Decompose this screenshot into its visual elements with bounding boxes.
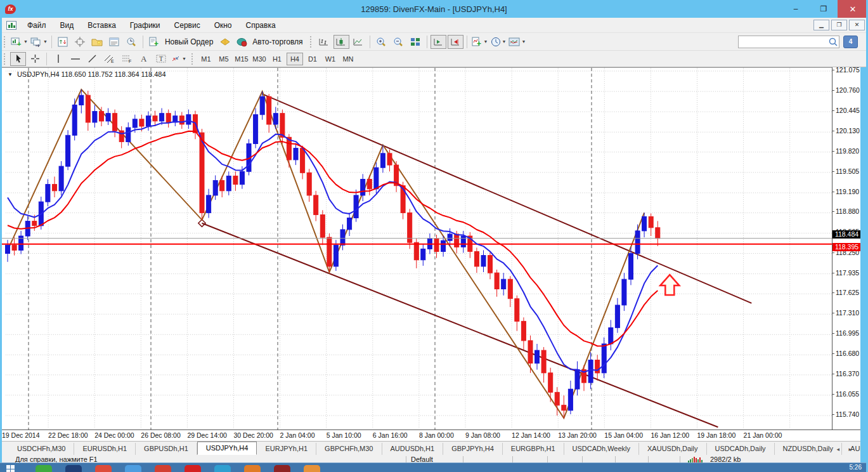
chart-close-button[interactable]: ✕ [849,20,865,30]
timeframe-button[interactable]: M5 [216,53,232,65]
notifications-icon[interactable]: 4 [843,36,858,48]
chart-tab[interactable]: GBPCHFh,M30 [316,443,382,455]
start-button[interactable] [6,465,15,472]
horizontal-line-button[interactable] [67,52,83,66]
window-maximize-button[interactable]: ❐ [810,0,838,18]
chart-tab[interactable]: EURJPYh,H1 [257,443,316,455]
menu-item[interactable]: Файл [20,18,53,33]
price-axis[interactable]: 121.075120.760120.445120.130119.820119.5… [832,67,860,429]
channel-lower-trendline[interactable] [202,223,718,428]
fibonacci-button[interactable]: F [119,52,134,66]
chart-tab[interactable]: EURUSDh,H1 [74,443,136,455]
window-minimize-button[interactable]: – [782,0,810,18]
app-lightblue-taskbar-icon[interactable] [125,465,141,472]
vertical-line-button[interactable] [50,52,66,66]
search-icon[interactable] [828,37,838,47]
chart-restore-button[interactable]: ❐ [831,20,847,30]
up-arrow-object[interactable] [660,275,679,295]
chart-minimize-button[interactable]: ▁ [813,20,829,30]
app-chrome-taskbar-icon[interactable] [95,465,112,472]
trendline-button[interactable] [84,52,100,66]
bar-chart-button[interactable] [316,35,332,49]
candlestick-chart-button[interactable] [334,35,349,49]
timeframe-button[interactable]: M30 [251,53,268,65]
menu-item[interactable]: Справка [239,18,283,33]
navigator-button[interactable] [89,35,105,49]
autotrade-label[interactable]: Авто-торговля [252,37,302,46]
app-orange-taskbar-icon[interactable] [304,465,320,472]
chart-tab[interactable]: NZDUSDh,Daily [775,443,842,455]
crosshair-button[interactable] [27,52,43,66]
arrows-button[interactable]: ▼ [170,52,187,66]
chart-tab[interactable]: EURGBPh,H1 [503,443,564,455]
menu-item[interactable]: Вид [53,18,81,33]
app-navy-taskbar-icon[interactable] [65,465,82,472]
data-window-button[interactable] [72,35,88,49]
price-chart[interactable] [0,68,860,430]
app-opera-taskbar-icon[interactable] [155,465,171,472]
chart-tab[interactable]: USDCADh,Daily [707,443,775,455]
collapse-icon[interactable]: ▼ [8,72,13,77]
toolbar-grip[interactable] [310,36,313,48]
toolbar-grip[interactable] [4,36,6,48]
app-green-taskbar-icon[interactable] [36,465,52,472]
chart-info-line[interactable]: ▼ USDJPYh,H4 118.650 118.752 118.364 118… [8,70,166,78]
chart-shift-button[interactable] [448,35,463,49]
indicators-button[interactable]: + ▼ [470,35,489,49]
tile-windows-button[interactable] [408,35,424,49]
autotrade-button[interactable] [234,35,250,49]
app-yandex-taskbar-icon[interactable] [185,465,201,472]
timeframe-button[interactable]: MN [340,53,356,65]
timeframe-button[interactable]: M1 [198,53,214,65]
zigzag-indicator-line[interactable] [8,89,644,418]
chart-tab[interactable]: XAUUSDh,Daily [639,443,706,455]
chart-tab[interactable]: USDJPYh,H4 [197,442,257,455]
time-axis[interactable]: 19 Dec 201422 Dec 18:0024 Dec 00:0026 De… [0,429,860,441]
periods-button[interactable]: ▼ [490,35,507,49]
market-watch-button[interactable] [55,35,71,49]
timeframe-button[interactable]: H4 [287,53,303,65]
toolbar-grip[interactable] [4,53,6,65]
metaeditor-button[interactable] [217,35,233,49]
text-button[interactable]: A [136,52,152,66]
timeframe-button[interactable]: W1 [322,53,339,65]
search-input[interactable] [738,36,839,48]
profiles-button[interactable]: ▼ [30,35,48,49]
channel-upper-trendline[interactable] [262,94,752,303]
app-darkred-taskbar-icon[interactable] [274,465,290,472]
zoom-in-button[interactable] [373,35,389,49]
strategy-tester-button[interactable] [124,35,139,49]
menu-item[interactable]: Сервис [167,18,207,33]
zoom-out-button[interactable] [391,35,406,49]
candle-body [588,360,593,383]
timeframe-button[interactable]: H1 [269,53,285,65]
candle-body [79,95,84,105]
toolbar-grip[interactable] [191,53,194,65]
timeframe-button[interactable]: D1 [304,53,321,65]
new-chart-button[interactable]: + ▼ [10,35,29,49]
chart-tab[interactable]: USDCADh,Weekly [564,443,640,455]
cursor-button[interactable] [10,52,26,66]
menu-item[interactable]: Вставка [81,18,123,33]
app-firefox-taskbar-icon[interactable] [244,465,261,472]
auto-scroll-button[interactable] [431,35,446,49]
terminal-button[interactable] [107,35,122,49]
chart-tab[interactable]: GBPJPYh,H4 [443,443,503,455]
text-label-button[interactable]: T [153,52,169,66]
line-chart-button[interactable] [351,35,366,49]
candle-body [340,230,345,245]
tab-scroll-arrows[interactable]: ◂ ▸ [836,446,855,452]
new-order-button[interactable]: + [146,35,162,49]
chart-tab[interactable]: GBPUSDh,H1 [136,443,197,455]
new-order-label[interactable]: Новый Ордер [165,37,213,46]
templates-button[interactable]: ▼ [508,35,526,49]
chart-window[interactable]: ▼ USDJPYh,H4 118.650 118.752 118.364 118… [0,67,860,429]
menu-item[interactable]: Графики [123,18,167,33]
chart-tab[interactable]: AUDUSDh,H1 [382,443,444,455]
menu-item[interactable]: Окно [207,18,239,33]
window-close-button[interactable]: ✕ [838,0,868,18]
timeframe-button[interactable]: M15 [233,53,250,65]
app-teal-taskbar-icon[interactable] [214,465,231,472]
equidistant-channel-button[interactable]: E [101,52,117,66]
chart-tab[interactable]: USDCHFh,M30 [9,443,74,455]
